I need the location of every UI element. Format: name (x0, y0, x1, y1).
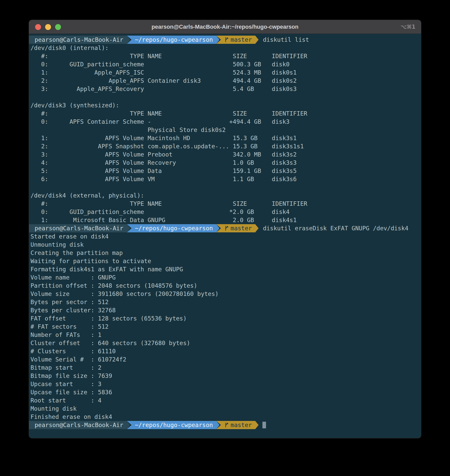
prompt-branch-segment: master (221, 36, 255, 44)
terminal-window: pearson@Carls-MacBook-Air:~/repos/hugo-c… (29, 20, 421, 438)
prompt-host-segment: pearson@Carls-MacBook-Air (29, 421, 127, 429)
window-shortcut-badge: ⌥⌘1 (401, 24, 415, 30)
powerline-arrow-icon (127, 224, 131, 232)
prompt-branch-segment: master (221, 224, 255, 232)
powerline-arrow-icon (127, 36, 131, 44)
prompt-path: ~/repos/hugo-cwpearson (135, 224, 213, 232)
diskutil-list-output: /dev/disk0 (internal): #: TYPE NAME SIZE… (29, 44, 421, 224)
prompt-host-segment: pearson@Carls-MacBook-Air (29, 36, 127, 44)
prompt-path-segment: ~/repos/hugo-cwpearson (131, 421, 216, 429)
git-branch-icon (224, 37, 229, 43)
erase-disk-output: Started erase on disk4 Unmounting disk C… (29, 232, 421, 421)
powerline-arrow-icon (255, 224, 260, 232)
powerline-arrow-icon (255, 36, 260, 44)
git-branch-icon (224, 422, 229, 428)
powerline-arrow-icon (127, 421, 131, 429)
prompt-host-segment: pearson@Carls-MacBook-Air (29, 224, 127, 232)
git-branch-name: master (231, 421, 252, 429)
command-text: diskutil list (260, 36, 309, 44)
prompt-path-segment: ~/repos/hugo-cwpearson (131, 36, 216, 44)
shell-prompt-1: pearson@Carls-MacBook-Air ~/repos/hugo-c… (29, 36, 421, 44)
prompt-host: pearson@Carls-MacBook-Air (35, 36, 123, 44)
git-branch-name: master (231, 36, 252, 44)
git-branch-icon (224, 225, 229, 231)
prompt-host: pearson@Carls-MacBook-Air (35, 421, 123, 429)
shell-prompt-2: pearson@Carls-MacBook-Air ~/repos/hugo-c… (29, 224, 421, 232)
prompt-host: pearson@Carls-MacBook-Air (35, 224, 123, 232)
powerline-arrow-icon (255, 421, 260, 429)
powerline-arrow-icon (216, 421, 221, 429)
close-button[interactable] (35, 24, 41, 30)
titlebar[interactable]: pearson@Carls-MacBook-Air:~/repos/hugo-c… (29, 20, 421, 34)
powerline-arrow-icon (216, 224, 221, 232)
terminal-cursor[interactable] (262, 422, 266, 428)
shell-prompt-3: pearson@Carls-MacBook-Air ~/repos/hugo-c… (29, 421, 421, 429)
git-branch-name: master (231, 224, 252, 232)
prompt-path: ~/repos/hugo-cwpearson (135, 36, 213, 44)
powerline-arrow-icon (216, 36, 221, 44)
minimize-button[interactable] (45, 24, 51, 30)
window-title: pearson@Carls-MacBook-Air:~/repos/hugo-c… (29, 24, 421, 30)
fullscreen-button[interactable] (55, 24, 61, 30)
prompt-path: ~/repos/hugo-cwpearson (135, 421, 213, 429)
command-text: diskutil eraseDisk ExFAT GNUPG /dev/disk… (260, 224, 408, 232)
traffic-lights (35, 20, 61, 34)
prompt-path-segment: ~/repos/hugo-cwpearson (131, 224, 216, 232)
terminal-content[interactable]: pearson@Carls-MacBook-Air ~/repos/hugo-c… (29, 34, 421, 438)
prompt-branch-segment: master (221, 421, 255, 429)
